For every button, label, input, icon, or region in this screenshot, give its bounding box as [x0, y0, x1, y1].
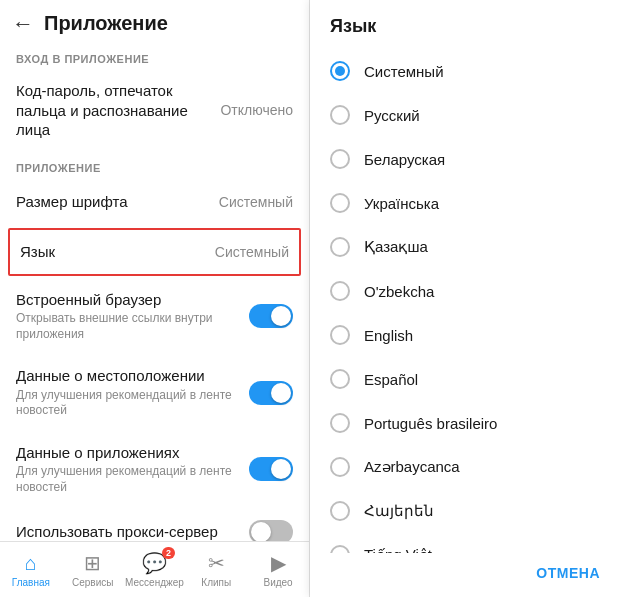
setting-fontsize[interactable]: Размер шрифта Системный — [0, 178, 309, 226]
browser-sub: Открывать внешние ссылки внутри приложен… — [16, 311, 241, 342]
cancel-button[interactable]: ОТМЕНА — [536, 561, 600, 585]
language-value: Системный — [215, 244, 289, 260]
appdata-name: Данные о приложениях — [16, 443, 241, 463]
setting-location[interactable]: Данные о местоположении Для улучшения ре… — [0, 354, 309, 431]
lang-item[interactable]: English — [310, 313, 620, 357]
lang-name: Tiếng Việt — [364, 546, 432, 553]
setting-language[interactable]: Язык Системный — [8, 228, 301, 276]
lang-item[interactable]: Tiếng Việt — [310, 533, 620, 553]
nav-label-video: Видео — [263, 577, 292, 588]
radio-outer — [330, 193, 350, 213]
radio-outer — [330, 237, 350, 257]
radio-inner — [335, 66, 345, 76]
browser-toggle[interactable] — [249, 304, 293, 328]
lang-item[interactable]: Azərbaycanca — [310, 445, 620, 489]
appdata-sub: Для улучшения рекомендаций в ленте новос… — [16, 464, 241, 495]
right-footer: ОТМЕНА — [310, 553, 620, 597]
radio-outer — [330, 281, 350, 301]
lang-item[interactable]: Español — [310, 357, 620, 401]
right-panel: Язык СистемныйРусскийБеларускаяУкраїнськ… — [310, 0, 620, 597]
lang-item[interactable]: Українська — [310, 181, 620, 225]
lang-name: Беларуская — [364, 151, 445, 168]
radio-outer — [330, 149, 350, 169]
radio-outer — [330, 325, 350, 345]
lang-name: Системный — [364, 63, 444, 80]
left-content: ВХОД В ПРИЛОЖЕНИЕ Код-пароль, отпечаток … — [0, 43, 309, 541]
lang-name: Русский — [364, 107, 420, 124]
nav-label-services: Сервисы — [72, 577, 113, 588]
home-icon: ⌂ — [25, 552, 37, 575]
lang-item[interactable]: Português brasileiro — [310, 401, 620, 445]
section-login-label: ВХОД В ПРИЛОЖЕНИЕ — [0, 43, 309, 69]
services-icon: ⊞ — [84, 551, 101, 575]
clips-icon: ✂ — [208, 551, 225, 575]
lang-item[interactable]: Русский — [310, 93, 620, 137]
proxy-name: Использовать прокси-сервер — [16, 522, 241, 541]
browser-name: Встроенный браузер — [16, 290, 241, 310]
lang-item[interactable]: Հայերեն — [310, 489, 620, 533]
lang-item[interactable]: Беларуская — [310, 137, 620, 181]
setting-browser[interactable]: Встроенный браузер Открывать внешние ссы… — [0, 278, 309, 355]
nav-item-video[interactable]: ▶ Видео — [247, 551, 309, 588]
bottom-nav: ⌂ Главная ⊞ Сервисы 💬 2 Мессенджер ✂ Кли… — [0, 541, 309, 597]
radio-outer — [330, 545, 350, 553]
setting-appdata[interactable]: Данные о приложениях Для улучшения реком… — [0, 431, 309, 508]
lang-name: O'zbekcha — [364, 283, 434, 300]
left-panel: ← Приложение ВХОД В ПРИЛОЖЕНИЕ Код-парол… — [0, 0, 310, 597]
nav-label-messenger: Мессенджер — [125, 577, 184, 588]
lang-name: Українська — [364, 195, 439, 212]
lang-name: Português brasileiro — [364, 415, 497, 432]
radio-outer — [330, 413, 350, 433]
right-title: Язык — [330, 16, 376, 36]
language-name: Язык — [20, 242, 207, 262]
language-list: СистемныйРусскийБеларускаяУкраїнськаҚаза… — [310, 45, 620, 553]
nav-item-home[interactable]: ⌂ Главная — [0, 552, 62, 588]
lang-item[interactable]: Системный — [310, 49, 620, 93]
radio-outer — [330, 369, 350, 389]
pin-value: Отключено — [220, 102, 293, 118]
nav-item-services[interactable]: ⊞ Сервисы — [62, 551, 124, 588]
lang-name: Azərbaycanca — [364, 458, 460, 476]
location-name: Данные о местоположении — [16, 366, 241, 386]
lang-name: Español — [364, 371, 418, 388]
appdata-toggle[interactable] — [249, 457, 293, 481]
setting-proxy[interactable]: Использовать прокси-сервер — [0, 508, 309, 541]
lang-item[interactable]: O'zbekcha — [310, 269, 620, 313]
radio-outer — [330, 105, 350, 125]
proxy-toggle[interactable] — [249, 520, 293, 541]
messenger-badge: 2 — [162, 547, 175, 559]
radio-outer — [330, 501, 350, 521]
radio-outer — [330, 457, 350, 477]
lang-name: Қазақша — [364, 238, 428, 256]
video-icon: ▶ — [271, 551, 286, 575]
fontsize-name: Размер шрифта — [16, 192, 211, 212]
back-arrow-icon[interactable]: ← — [12, 13, 34, 35]
fontsize-value: Системный — [219, 194, 293, 210]
lang-name: English — [364, 327, 413, 344]
pin-name: Код-пароль, отпечаток пальца и распознав… — [16, 81, 212, 140]
right-header: Язык — [310, 0, 620, 45]
nav-item-messenger[interactable]: 💬 2 Мессенджер — [124, 551, 186, 588]
nav-item-clips[interactable]: ✂ Клипы — [185, 551, 247, 588]
location-toggle[interactable] — [249, 381, 293, 405]
lang-name: Հայերեն — [364, 502, 434, 520]
radio-outer — [330, 61, 350, 81]
location-sub: Для улучшения рекомендаций в ленте новос… — [16, 388, 241, 419]
nav-label-home: Главная — [12, 577, 50, 588]
left-header: ← Приложение — [0, 0, 309, 43]
setting-pin[interactable]: Код-пароль, отпечаток пальца и распознав… — [0, 69, 309, 152]
section-app-label: ПРИЛОЖЕНИЕ — [0, 152, 309, 178]
lang-item[interactable]: Қазақша — [310, 225, 620, 269]
page-title: Приложение — [44, 12, 168, 35]
nav-label-clips: Клипы — [201, 577, 231, 588]
